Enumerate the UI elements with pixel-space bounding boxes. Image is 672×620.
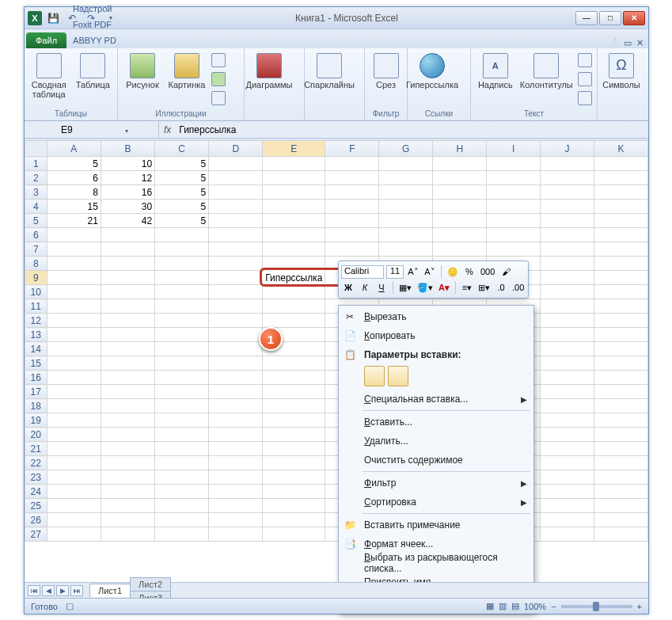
save-icon[interactable]: 💾 (45, 10, 61, 26)
cell-H6[interactable] (433, 228, 487, 242)
cell-C4[interactable]: 5 (155, 200, 209, 214)
row-header[interactable]: 2 (25, 171, 47, 185)
cell-I6[interactable] (487, 228, 541, 242)
cell-K19[interactable] (594, 413, 647, 428)
row-header[interactable]: 21 (25, 442, 47, 456)
cell-G2[interactable] (379, 171, 433, 185)
cell-A23[interactable] (47, 470, 101, 485)
cell-A7[interactable] (47, 242, 101, 257)
cell-J26[interactable] (541, 513, 594, 527)
slicer-button[interactable]: Срез (368, 51, 404, 91)
sheet-nav-prev[interactable]: ◀ (42, 585, 55, 596)
cell-C6[interactable] (155, 228, 209, 242)
row-header[interactable]: 5 (25, 214, 47, 228)
cell-C25[interactable] (155, 499, 209, 513)
cell-E27[interactable] (263, 527, 325, 542)
cell-B17[interactable] (101, 385, 154, 399)
cell-D26[interactable] (209, 513, 263, 527)
cell-E12[interactable] (263, 314, 325, 328)
cell-F6[interactable] (325, 228, 379, 242)
cell-A8[interactable] (47, 257, 101, 271)
cell-E10[interactable] (263, 285, 325, 299)
cell-J9[interactable] (541, 271, 594, 285)
ctx-sort[interactable]: Сортировка▶ (340, 493, 532, 512)
cell-F2[interactable] (325, 171, 379, 185)
cell-J6[interactable] (541, 228, 594, 242)
sheet-nav-next[interactable]: ▶ (56, 585, 69, 596)
cell-C22[interactable] (155, 456, 209, 470)
cell-B7[interactable] (101, 242, 154, 257)
cell-D24[interactable] (209, 485, 263, 499)
cell-K22[interactable] (594, 456, 647, 470)
cell-A10[interactable] (47, 285, 101, 299)
cell-F3[interactable] (325, 185, 379, 200)
cell-D4[interactable] (209, 200, 263, 214)
textbox-button[interactable]: AНадпись (474, 51, 517, 91)
cell-K23[interactable] (594, 470, 647, 485)
cell-D14[interactable] (209, 342, 263, 356)
tab-надстрой[interactable]: Надстрой (68, 1, 121, 17)
row-header[interactable]: 4 (25, 200, 47, 214)
cell-C10[interactable] (155, 285, 209, 299)
cell-B2[interactable]: 12 (101, 171, 154, 185)
cell-K25[interactable] (594, 499, 647, 513)
cell-C27[interactable] (155, 527, 209, 542)
cell-K10[interactable] (594, 285, 647, 299)
cell-I7[interactable] (487, 242, 541, 257)
cell-B3[interactable]: 16 (101, 185, 154, 200)
cell-A9[interactable] (47, 271, 101, 285)
cell-C12[interactable] (155, 314, 209, 328)
col-header[interactable]: H (433, 141, 487, 157)
cell-D19[interactable] (209, 413, 263, 428)
cell-F7[interactable] (325, 242, 379, 257)
row-header[interactable]: 3 (25, 185, 47, 200)
row-header[interactable]: 1 (25, 157, 47, 171)
cell-A27[interactable] (47, 527, 101, 542)
cell-E2[interactable] (263, 171, 325, 185)
row-header[interactable]: 16 (25, 371, 47, 385)
cell-K11[interactable] (594, 299, 647, 314)
fill-color-icon[interactable]: 🪣▾ (416, 280, 435, 295)
cell-J10[interactable] (541, 285, 594, 299)
headerfooter-button[interactable]: Колонтитулы (518, 51, 575, 91)
row-header[interactable]: 12 (25, 314, 47, 328)
cell-A18[interactable] (47, 399, 101, 413)
cell-G5[interactable] (379, 214, 433, 228)
cell-J1[interactable] (541, 157, 594, 171)
cell-B6[interactable] (101, 228, 154, 242)
close-button[interactable]: ✕ (623, 11, 645, 25)
col-header[interactable]: D (209, 141, 263, 157)
cell-G4[interactable] (379, 200, 433, 214)
cell-C24[interactable] (155, 485, 209, 499)
ctx-format-cells[interactable]: 📑Формат ячеек... (340, 534, 532, 553)
cell-K12[interactable] (594, 314, 647, 328)
cell-J12[interactable] (541, 314, 594, 328)
cell-A3[interactable]: 8 (47, 185, 101, 200)
cell-A16[interactable] (47, 371, 101, 385)
view-page-icon[interactable]: ▥ (499, 601, 507, 611)
cell-E4[interactable] (263, 200, 325, 214)
zoom-level[interactable]: 100% (524, 602, 546, 611)
cell-G1[interactable] (379, 157, 433, 171)
cell-E22[interactable] (263, 456, 325, 470)
cell-D12[interactable] (209, 314, 263, 328)
cell-I4[interactable] (487, 200, 541, 214)
ctx-clear[interactable]: Очистить содержимое (340, 451, 532, 470)
cell-E24[interactable] (263, 485, 325, 499)
cell-A1[interactable]: 5 (47, 157, 101, 171)
cell-K1[interactable] (594, 157, 647, 171)
col-header[interactable]: J (541, 141, 594, 157)
picture-button[interactable]: Рисунок (121, 51, 164, 91)
cell-H7[interactable] (433, 242, 487, 257)
shapes-icon[interactable] (210, 51, 227, 69)
borders-icon[interactable]: ▦▾ (397, 280, 413, 295)
cell-A17[interactable] (47, 385, 101, 399)
font-family-input[interactable]: Calibri (341, 265, 384, 279)
cell-K3[interactable] (594, 185, 647, 200)
cell-J3[interactable] (541, 185, 594, 200)
cell-C3[interactable]: 5 (155, 185, 209, 200)
cell-J22[interactable] (541, 456, 594, 470)
name-box[interactable]: E9 (25, 121, 159, 138)
cell-K7[interactable] (594, 242, 647, 257)
cell-A22[interactable] (47, 456, 101, 470)
